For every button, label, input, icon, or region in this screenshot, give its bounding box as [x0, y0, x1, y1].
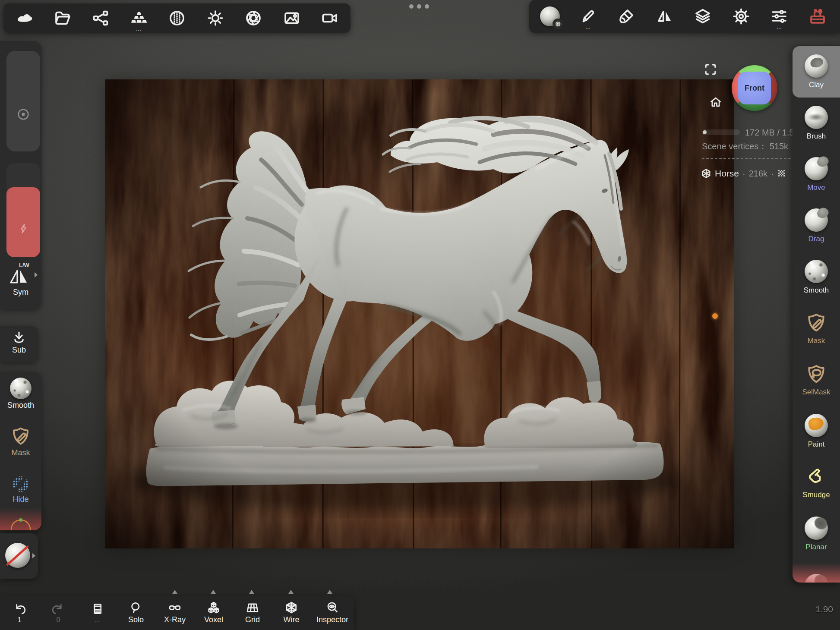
toggle-wire[interactable]: Wire — [272, 601, 311, 624]
mask-shield-icon — [805, 312, 827, 334]
voxel-caret-icon[interactable] — [211, 590, 216, 594]
toggle-label: X-Ray — [164, 615, 186, 624]
matcap-disabled-panel[interactable] — [0, 533, 38, 579]
camera-video-icon[interactable] — [319, 6, 341, 30]
app-logo-icon[interactable] — [13, 6, 35, 30]
background-image-icon[interactable] — [281, 6, 303, 30]
left-panel-scroll-fade — [0, 508, 41, 530]
intensity-lightning-icon — [6, 222, 40, 235]
horse-sculpture-scene — [105, 79, 734, 548]
toggle-grid[interactable]: Grid — [233, 601, 272, 624]
wire-caret-icon[interactable] — [288, 590, 294, 594]
inspector-caret-icon[interactable] — [327, 590, 332, 594]
material-preview-ball — [540, 6, 560, 26]
material-gear-badge-icon — [553, 19, 563, 29]
topology-sphere-icon[interactable] — [166, 6, 188, 30]
scene-pyramid-icon[interactable]: … — [128, 6, 150, 30]
mask-shield-icon — [0, 426, 41, 447]
tool-paint[interactable]: Paint — [793, 406, 840, 457]
sculpt-viewport[interactable] — [105, 79, 734, 548]
xray-caret-icon[interactable] — [172, 590, 177, 594]
dither-grid-icon — [777, 169, 786, 178]
object-name: Horse — [715, 168, 739, 179]
quick-tool-smooth[interactable]: Smooth — [0, 378, 41, 410]
gizmo-front-face[interactable]: Front — [738, 72, 771, 104]
orientation-gizmo[interactable]: Front — [732, 65, 777, 111]
toggle-inspector[interactable]: Inspector — [311, 601, 354, 624]
brush-radius-slider[interactable] — [6, 51, 40, 151]
toggle-label: Voxel — [204, 615, 223, 624]
matcap-expand-chevron-icon[interactable] — [32, 553, 35, 558]
tool-clay[interactable]: Clay — [793, 46, 840, 98]
move-sphere-icon — [805, 157, 828, 180]
interface-more-indicator: … — [776, 25, 782, 29]
object-separator2: · — [771, 169, 774, 179]
object-separator: · — [742, 169, 745, 179]
tool-label: Planar — [805, 543, 827, 551]
grid-caret-icon[interactable] — [249, 590, 254, 594]
ellipsis-menu-icon[interactable] — [409, 4, 429, 9]
tool-label: SelMask — [802, 388, 830, 397]
toggle-label: Wire — [284, 615, 300, 624]
redo-count: 0 — [57, 616, 60, 624]
toggle-xray[interactable]: X-Ray — [155, 601, 194, 624]
tool-brush[interactable]: Brush — [793, 98, 840, 149]
sym-expand-chevron-icon[interactable] — [35, 272, 38, 277]
sub-arrow-icon — [0, 330, 38, 345]
stroke-more-indicator: … — [585, 25, 591, 29]
tool-label: Move — [807, 183, 825, 192]
gizmo-front-label: Front — [745, 84, 764, 93]
undo-count: 1 — [18, 616, 22, 624]
scene-more-indicator: … — [136, 27, 142, 31]
toggle-label: Inspector — [316, 615, 348, 624]
tool-drag[interactable]: Drag — [793, 200, 840, 252]
mesh-icon — [701, 168, 711, 179]
settings-gear-icon[interactable] — [730, 4, 752, 28]
symmetry-icon[interactable] — [654, 4, 676, 28]
zoom-level: 1.90 — [815, 604, 833, 614]
memory-progress-bar — [702, 129, 740, 135]
postprocess-aperture-icon[interactable] — [242, 6, 265, 30]
quick-tool-mask[interactable]: Mask — [0, 426, 41, 457]
clay-sphere-icon — [805, 54, 828, 78]
export-share-icon[interactable] — [89, 6, 112, 30]
brush-intensity-slider[interactable] — [6, 163, 40, 257]
top-toolbar-right: … … — [529, 0, 840, 33]
painting-brush-icon[interactable] — [615, 4, 638, 28]
material-sphere-icon[interactable] — [539, 4, 561, 28]
scene-vertices-label: Scene vertices： — [702, 142, 767, 151]
toolbox-icon[interactable] — [806, 4, 829, 28]
tool-smooth[interactable]: Smooth — [793, 252, 840, 303]
history-button[interactable]: … — [78, 602, 117, 624]
toggle-voxel[interactable]: Voxel — [194, 601, 233, 624]
sub-action-panel[interactable]: Sub — [0, 326, 38, 362]
tool-smudge[interactable]: Smudge — [793, 457, 840, 508]
stroke-pen-icon[interactable]: … — [577, 4, 600, 28]
tool-label: Clay — [809, 81, 824, 89]
quick-tool-hide[interactable]: Hide — [0, 475, 41, 504]
redo-button[interactable]: 0 — [39, 602, 78, 624]
fullscreen-icon[interactable] — [704, 63, 717, 76]
radius-circle-icon — [6, 107, 40, 122]
lighting-sun-icon[interactable] — [204, 6, 227, 30]
tool-move[interactable]: Move — [793, 149, 840, 200]
interface-sliders-icon[interactable]: … — [768, 4, 790, 28]
tool-planar[interactable]: Planar — [793, 508, 840, 560]
selected-object-row[interactable]: Horse · 216k · — [701, 168, 786, 179]
hide-dots-icon — [0, 475, 41, 493]
stroke-indicator-dot — [712, 313, 718, 319]
top-toolbar-left: … — [3, 3, 351, 33]
smudge-hand-icon — [805, 466, 827, 488]
symmetry-toggle-icon[interactable] — [8, 267, 30, 286]
tool-mask[interactable]: Mask — [793, 303, 840, 354]
undo-button[interactable]: 1 — [0, 602, 39, 624]
tool-selmask[interactable]: SelMask — [793, 354, 840, 406]
home-view-icon[interactable] — [709, 96, 722, 109]
sym-label: Sym — [0, 288, 41, 297]
layers-icon[interactable] — [692, 4, 714, 28]
smooth-sphere-icon — [805, 260, 828, 283]
files-folder-icon[interactable] — [51, 6, 74, 30]
right-tool-panel: Clay Brush Move Drag Smooth Mask — [793, 45, 840, 583]
memory-progress-dot — [703, 130, 707, 134]
toggle-solo[interactable]: Solo — [117, 601, 155, 624]
